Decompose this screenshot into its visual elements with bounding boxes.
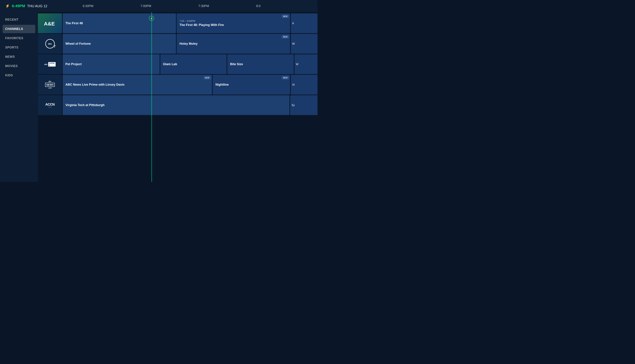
program-abc7-2-new: NEW [282,35,289,38]
program-abc7-3-name: W [292,42,316,46]
channel-row-local: abc LOCAL● Pet Project Glam Lab Bite Siz… [38,54,317,74]
ae-logo-svg: A&E [43,20,57,27]
program-abc7-2[interactable]: Holey Moley NEW [177,34,290,54]
channel-row-abcnews: abc NEWS LIVE ABC News Live Prime with L… [38,75,317,94]
program-ae-2-time: 7:00 – 8:00PM [179,20,287,22]
program-accn-1-name: Virginia Tech at Pittsburgh [65,103,287,107]
guide-grid: A&E The First 48 7:00 – 8:00PM The First… [38,12,317,182]
channels-grid: A&E The First 48 7:00 – 8:00PM The First… [38,12,317,116]
sidebar-item-movies[interactable]: MOVIES [0,62,38,70]
abc7-circle: abc 7 [45,39,55,48]
time-slot-2: 7:30PM [197,4,255,8]
accn-text: ACCN [45,102,55,106]
program-ae-2-name: The First 48: Playing With Fire [179,23,287,27]
accn-logo: ACCN ESPN [45,102,55,108]
program-accn-1[interactable]: Virginia Tech at Pittsburgh [63,95,289,115]
local-logo: abc LOCAL● [44,62,56,66]
program-abcnews-1-new: NEW [204,76,211,79]
channel-logo-abc7[interactable]: abc 7 [38,34,62,54]
sidebar-item-sports[interactable]: SPORTS [0,43,38,52]
program-ae-2-new: NEW [282,15,289,18]
program-ae-1[interactable]: The First 48 [63,14,176,33]
program-local-3-name: Bite Size [230,62,291,66]
bolt-icon: ⚡ [5,4,10,8]
program-local-4-name: W [296,63,316,66]
program-local-2-name: Glam Lab [163,62,224,66]
program-ae-3[interactable]: A [291,14,317,33]
program-abcnews-3[interactable]: Al [291,75,317,94]
abc7-number: 7 [54,45,56,48]
program-local-2[interactable]: Glam Lab [160,54,227,74]
program-abcnews-2-new: NEW [282,76,289,79]
accn-programs: Virginia Tech at Pittsburgh Sy [63,95,317,115]
svg-text:A&E: A&E [44,21,55,26]
program-abcnews-2[interactable]: Nightline NEW [213,75,290,94]
abcnews-box: NEWS [45,83,55,87]
local-programs: Pet Project Glam Lab Bite Size W [63,54,317,74]
abcnews-logo: abc NEWS LIVE [45,80,55,89]
program-abcnews-1[interactable]: ABC News Live Prime with Linsey Davis NE… [63,75,212,94]
channel-row-accn: ACCN ESPN Virginia Tech at Pittsburgh Sy [38,95,317,115]
sidebar: RECENT CHANNELS FAVORITES SPORTS NEWS MO… [0,12,38,182]
program-local-1[interactable]: Pet Project [63,54,160,74]
program-abc7-2-name: Holey Moley [179,42,287,46]
sidebar-item-channels[interactable]: CHANNELS [3,25,35,33]
sidebar-item-favorites[interactable]: FAVORITES [0,34,38,42]
local-abc-text: abc [44,63,48,65]
program-ae-2[interactable]: 7:00 – 8:00PM The First 48: Playing With… [177,14,290,33]
program-abc7-1-name: Wheel of Fortune [65,42,173,46]
channel-row-ae: A&E The First 48 7:00 – 8:00PM The First… [38,14,317,33]
abc7-abc-text: abc [48,42,52,45]
program-ae-3-name: A [292,22,316,25]
channel-logo-accn[interactable]: ACCN ESPN [38,95,62,115]
channel-logo-abcnews[interactable]: abc NEWS LIVE [38,75,62,94]
program-abc7-3[interactable]: W [291,34,317,54]
program-ae-1-name: The First 48 [65,21,173,25]
program-local-4[interactable]: W [294,54,317,74]
abcnews-programs: ABC News Live Prime with Linsey Davis NE… [63,75,317,94]
time-slot-3: 8:0 [255,4,312,8]
abcnews-abc: abc [48,80,51,82]
program-abcnews-3-name: Al [292,83,316,86]
main-container: RECENT CHANNELS FAVORITES SPORTS NEWS MO… [0,12,317,182]
time-slot-0: 6:30PM [81,4,139,8]
channel-row-abc7: abc 7 Wheel of Fortune Holey Moley NEW W [38,34,317,54]
now-indicator-line [151,12,152,182]
program-accn-2-name: Sy [292,104,316,107]
program-local-3[interactable]: Bite Size [227,54,294,74]
program-accn-2[interactable]: Sy [290,95,317,115]
program-local-1-name: Pet Project [65,62,157,66]
channel-logo-ae[interactable]: A&E [38,14,62,33]
abc7-programs: Wheel of Fortune Holey Moley NEW W [63,34,317,54]
channel-logo-local[interactable]: abc LOCAL● [38,54,62,74]
current-time: 6:49PM [12,4,25,8]
sidebar-item-news[interactable]: NEWS [0,52,38,61]
abcnews-live: LIVE [48,87,52,89]
header: ⚡ 6:49PM THU AUG 12 6:30PM 7:00PM 7:30PM… [0,0,317,12]
program-abcnews-2-name: Nightline [216,83,287,87]
ae-programs: The First 48 7:00 – 8:00PM The First 48:… [63,14,317,33]
abc7-logo: abc 7 [45,39,55,48]
program-abc7-1[interactable]: Wheel of Fortune [63,34,176,54]
time-slot-1: 7:00PM [139,4,197,8]
local-box: LOCAL● [48,62,56,66]
now-indicator-dot [149,16,154,21]
abcnews-text: NEWS [46,84,54,86]
program-abcnews-1-name: ABC News Live Prime with Linsey Davis [65,83,209,87]
accn-sub: ESPN [45,106,55,108]
sidebar-item-recent[interactable]: RECENT [0,16,38,24]
header-time-section: ⚡ 6:49PM THU AUG 12 [5,4,57,8]
sidebar-item-kids[interactable]: KIDS [0,71,38,80]
time-slots-header: 6:30PM 7:00PM 7:30PM 8:0 [81,4,312,8]
current-date: THU AUG 12 [27,4,47,8]
